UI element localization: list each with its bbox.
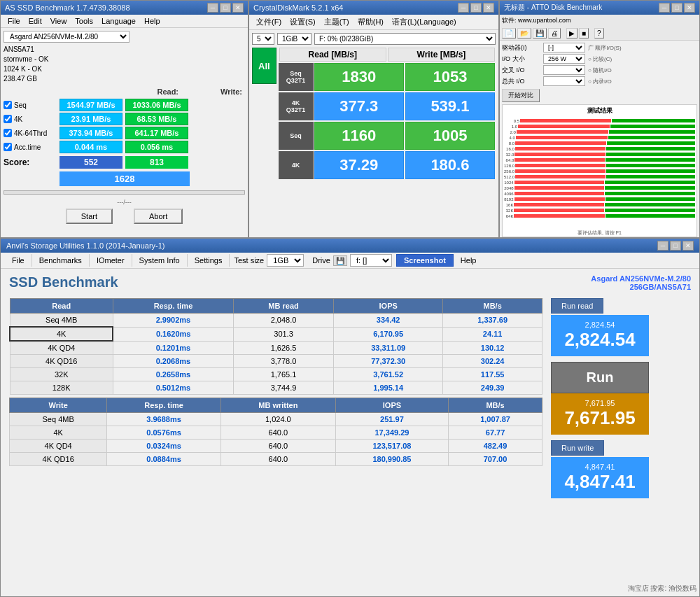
anvil-menu-settings[interactable]: Settings — [188, 254, 230, 267]
cdm-menu-help[interactable]: 帮助(H) — [354, 16, 388, 28]
close-btn[interactable]: ✕ — [232, 3, 244, 13]
cdm-menu-settings[interactable]: 设置(S) — [286, 16, 320, 28]
as-ssd-progress — [4, 190, 245, 195]
menu-help[interactable]: Help — [140, 16, 164, 26]
cdm-4k-read: 37.29 — [314, 151, 404, 179]
cdm-drive-select[interactable]: F: 0% (0/238GiB) — [314, 33, 496, 45]
as-ssd-title: AS SSD Benchmark 1.7.4739.38088 — [5, 3, 130, 12]
anvil-maximize-btn[interactable]: □ — [670, 241, 681, 251]
atto-content: 驱动器(I) [-] 广 顺序I/O(S) I/O 大小 256 W ○ 比较(… — [500, 41, 699, 238]
minimize-btn[interactable]: ─ — [207, 3, 218, 13]
write-mbs-col-header: MB/s — [449, 398, 542, 413]
anvil-drive: Drive 💾 f: [] — [308, 254, 396, 267]
cdm-title: CrystalDiskMark 5.2.1 x64 — [253, 3, 343, 12]
atto-window: 无标题 - ATTO Disk Benchmark ─ □ ✕ 软件: www.… — [499, 0, 700, 238]
anvil-help[interactable]: Help — [454, 254, 484, 267]
start-button[interactable]: Start — [66, 209, 113, 224]
atto-open-btn[interactable]: 📂 — [517, 28, 531, 38]
atto-save-btn[interactable]: 💾 — [533, 28, 547, 38]
atto-print-btn[interactable]: 🖨 — [548, 28, 561, 38]
menu-view[interactable]: View — [46, 16, 71, 26]
read-col-header: Read — [10, 299, 113, 314]
anvil-test-size-select[interactable]: 1GB — [267, 254, 304, 267]
anvil-window: Anvil's Storage Utilities 1.1.0 (2014-Ja… — [0, 238, 700, 597]
atto-run-btn[interactable]: 开始对比 — [502, 89, 540, 102]
atto-chart-title: 测试结果 — [503, 105, 696, 117]
total-score-val: 1628 — [59, 171, 190, 186]
cdm-toolbar: 5 1GiB F: 0% (0/238GiB) — [252, 33, 496, 45]
4k-checkbox[interactable] — [4, 115, 12, 123]
cdm-minimize-btn[interactable]: ─ — [458, 3, 469, 13]
as-ssd-acctime-row: Acc.time 0.044 ms 0.056 ms — [4, 141, 245, 153]
anvil-menu-iometer[interactable]: IOmeter — [90, 254, 132, 267]
cdm-maximize-btn[interactable]: □ — [470, 3, 482, 13]
cdm-results: SeqQ32T1 1830 1053 4KQ32T1 377.3 539.1 — [279, 63, 496, 179]
atto-start-btn[interactable]: ▶ — [566, 28, 578, 38]
atto-transfer-select[interactable] — [543, 65, 585, 75]
menu-language[interactable]: Language — [97, 16, 140, 26]
write-iops-col-header: IOPS — [335, 398, 448, 413]
cdm-size-select[interactable]: 1GiB — [277, 33, 312, 45]
atto-maximize-btn[interactable]: □ — [671, 3, 682, 13]
anvil-write-table: Write Resp. time MB written IOPS MB/s Se… — [9, 398, 542, 466]
atto-stop-btn[interactable]: ■ — [579, 28, 589, 38]
cdm-seq-row: Seq 1160 1005 — [279, 122, 496, 150]
as-ssd-titlebar: AS SSD Benchmark 1.7.4739.38088 ─ □ ✕ — [1, 1, 248, 15]
anvil-minimize-btn[interactable]: ─ — [657, 241, 668, 251]
anvil-menu-sysinfo[interactable]: System Info — [132, 254, 188, 267]
table-row: 4K QD16 0.2068ms 3,778.0 77,372.30 302.2… — [10, 355, 542, 368]
screenshot-button[interactable]: Screenshot — [396, 254, 454, 267]
run-read-button[interactable]: Run read — [551, 298, 603, 314]
4k-write-val: 68.53 MB/s — [125, 113, 188, 125]
cdm-all-button[interactable]: All — [252, 48, 276, 84]
cdm-seq-write: 1005 — [405, 122, 495, 150]
anvil-menu-benchmarks[interactable]: Benchmarks — [32, 254, 90, 267]
menu-edit[interactable]: Edit — [24, 16, 46, 26]
atto-new-btn[interactable]: 📄 — [502, 28, 516, 38]
as-ssd-menubar: File Edit View Tools Language Help — [1, 15, 248, 28]
atto-about-btn[interactable]: ? — [594, 28, 604, 38]
anvil-title: Anvil's Storage Utilities 1.1.0 (2014-Ja… — [6, 241, 164, 250]
cdm-runs-select[interactable]: 5 — [252, 33, 274, 45]
seq-read-val: 1544.97 MB/s — [59, 99, 122, 111]
menu-tools[interactable]: Tools — [71, 16, 97, 26]
cdm-menu-lang[interactable]: 语言(L)(Language) — [388, 16, 461, 28]
atto-iosize-select[interactable]: 256 W — [543, 54, 585, 64]
anvil-close-btn[interactable]: ✕ — [682, 241, 694, 251]
resptime-col-header: Resp. time — [113, 299, 233, 314]
4k64-checkbox[interactable] — [4, 129, 12, 137]
anvil-drive-select[interactable]: f: [] — [350, 254, 392, 267]
run-write-button[interactable]: Run write — [551, 440, 604, 456]
cdm-close-btn[interactable]: ✕ — [483, 3, 494, 13]
cdm-4k-write: 180.6 — [405, 151, 495, 179]
atto-close-btn[interactable]: ✕ — [684, 3, 695, 13]
cdm-read-header: Read [MB/s] — [279, 48, 386, 62]
cdm-menubar: 文件(F) 设置(S) 主题(T) 帮助(H) 语言(L)(Language) — [249, 15, 498, 30]
as-ssd-device-selector[interactable]: Asgard AN256NVMe-M.2/80 — [4, 31, 130, 43]
atto-minimize-btn[interactable]: ─ — [659, 3, 670, 13]
anvil-menu-file[interactable]: File — [5, 254, 32, 267]
cdm-seq-q32t1-row: SeqQ32T1 1830 1053 — [279, 63, 496, 91]
atto-drive-select[interactable]: [-] — [543, 43, 585, 52]
seq-checkbox[interactable] — [4, 101, 12, 109]
cdm-write-header: Write [MB/s] — [388, 48, 495, 62]
table-row: 4K 0.1620ms 301.3 6,170.95 24.11 — [10, 327, 542, 341]
progress-counter: ---/--- — [4, 199, 245, 206]
table-row: 128K 0.5012ms 3,744.9 1,995.14 249.39 — [10, 381, 542, 395]
iops-col-header: IOPS — [334, 299, 443, 314]
run-button[interactable]: Run — [551, 362, 649, 393]
abort-button[interactable]: Abort — [134, 209, 183, 224]
atto-total-select[interactable] — [543, 76, 585, 86]
cdm-menu-theme[interactable]: 主题(T) — [320, 16, 354, 28]
atto-footer: 要评估结果, 请按 F1 — [503, 229, 696, 237]
atto-title: 无标题 - ATTO Disk Benchmark — [504, 3, 602, 13]
score-run-display: 7,671.95 7,671.95 — [551, 393, 649, 435]
maximize-btn[interactable]: □ — [220, 3, 231, 13]
cdm-menu-file[interactable]: 文件(F) — [252, 16, 286, 28]
menu-file[interactable]: File — [4, 16, 24, 26]
write-resptime-col-header: Resp. time — [107, 398, 221, 413]
table-row: 4K QD4 0.1201ms 1,626.5 33,311.09 130.12 — [10, 341, 542, 355]
acctime-checkbox[interactable] — [4, 143, 12, 151]
mbread-col-header: MB read — [234, 299, 334, 314]
table-row: Seq 4MB 3.9688ms 1,024.0 251.97 1,007.87 — [10, 413, 542, 426]
